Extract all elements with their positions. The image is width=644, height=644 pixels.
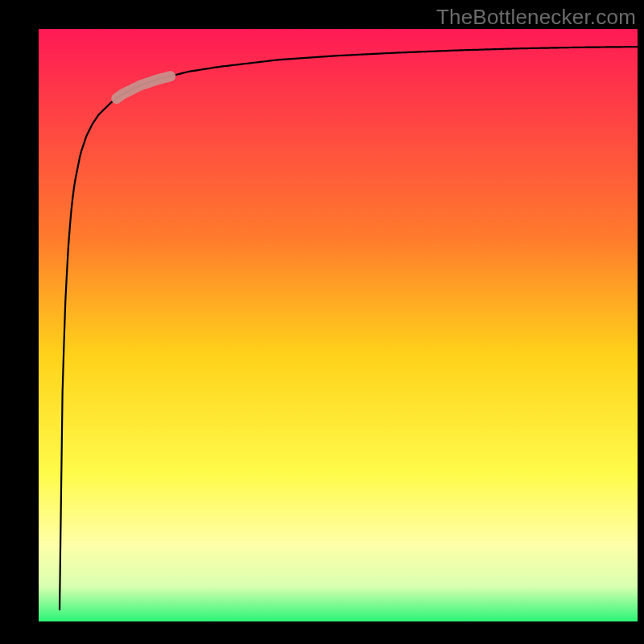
bottleneck-chart [0,0,644,644]
watermark-text: TheBottlenecker.com [436,5,636,30]
chart-frame: TheBottlenecker.com [0,0,644,644]
plot-background [39,29,638,621]
axis-bottom [0,621,644,644]
axis-left [0,0,39,644]
axis-right [638,0,644,644]
